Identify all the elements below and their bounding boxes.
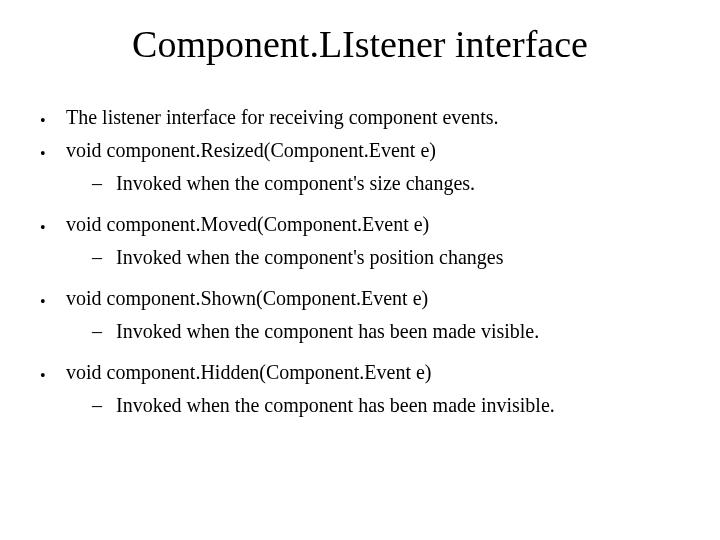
sub-item-text: Invoked when the component's size change… bbox=[116, 172, 680, 195]
list-item: • void component.Shown(Component.Event e… bbox=[40, 287, 680, 310]
list-item-text: void component.Moved(Component.Event e) bbox=[66, 213, 680, 236]
dash-icon: – bbox=[92, 394, 116, 417]
list-item: – Invoked when the component's position … bbox=[92, 246, 680, 269]
bullet-icon: • bbox=[40, 146, 66, 162]
sub-list: – Invoked when the component's position … bbox=[92, 246, 680, 269]
dash-icon: – bbox=[92, 320, 116, 343]
page-title: Component.LIstener interface bbox=[40, 22, 680, 66]
list-item-text: void component.Hidden(Component.Event e) bbox=[66, 361, 680, 384]
bullet-icon: • bbox=[40, 220, 66, 236]
list-item: • void component.Hidden(Component.Event … bbox=[40, 361, 680, 384]
sub-item-text: Invoked when the component's position ch… bbox=[116, 246, 680, 269]
bullet-list: • The listener interface for receiving c… bbox=[40, 106, 680, 417]
sub-item-text: Invoked when the component has been made… bbox=[116, 394, 680, 417]
dash-icon: – bbox=[92, 246, 116, 269]
slide: Component.LIstener interface • The liste… bbox=[0, 0, 720, 540]
list-item-text: The listener interface for receiving com… bbox=[66, 106, 680, 129]
sub-list: – Invoked when the component has been ma… bbox=[92, 394, 680, 417]
list-item: • The listener interface for receiving c… bbox=[40, 106, 680, 129]
list-item-text: void component.Shown(Component.Event e) bbox=[66, 287, 680, 310]
bullet-icon: • bbox=[40, 368, 66, 384]
dash-icon: – bbox=[92, 172, 116, 195]
sub-list: – Invoked when the component has been ma… bbox=[92, 320, 680, 343]
list-item: • void component.Resized(Component.Event… bbox=[40, 139, 680, 162]
list-item: – Invoked when the component has been ma… bbox=[92, 320, 680, 343]
bullet-icon: • bbox=[40, 294, 66, 310]
list-item: – Invoked when the component's size chan… bbox=[92, 172, 680, 195]
list-item-text: void component.Resized(Component.Event e… bbox=[66, 139, 680, 162]
list-item: – Invoked when the component has been ma… bbox=[92, 394, 680, 417]
bullet-icon: • bbox=[40, 113, 66, 129]
sub-list: – Invoked when the component's size chan… bbox=[92, 172, 680, 195]
list-item: • void component.Moved(Component.Event e… bbox=[40, 213, 680, 236]
sub-item-text: Invoked when the component has been made… bbox=[116, 320, 680, 343]
